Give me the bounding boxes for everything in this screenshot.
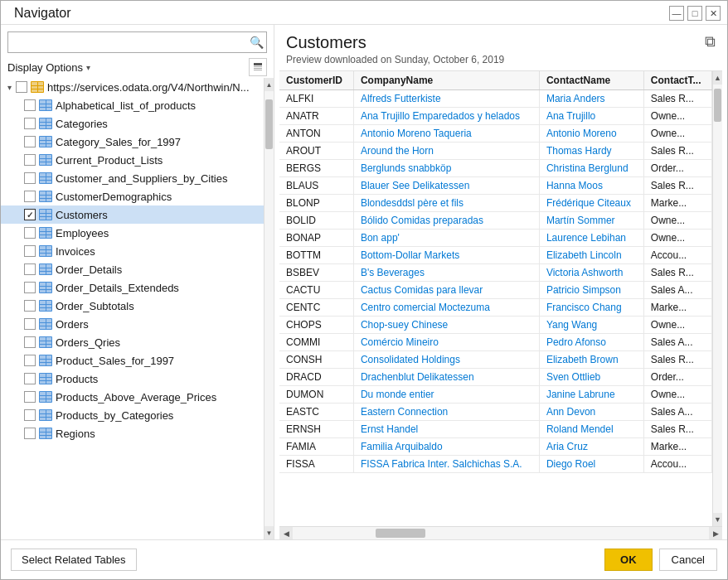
tree-checkbox-order_details[interactable] <box>24 263 36 275</box>
tree-item-alphabetical[interactable]: Alphabetical_list_of_products <box>1 96 264 114</box>
tree-label-order_details_ext: Order_Details_Extendeds <box>56 282 179 294</box>
ok-button[interactable]: OK <box>604 549 653 571</box>
svg-rect-59 <box>46 217 51 220</box>
tree-item-product_sales[interactable]: Product_Sales_for_1997 <box>1 351 264 370</box>
table-scroll-thumb-h[interactable] <box>376 529 425 538</box>
right-panel: Customers Preview downloaded on Sunday, … <box>274 25 727 539</box>
tree-checkbox-order_details_ext[interactable] <box>24 282 36 293</box>
svg-rect-112 <box>40 360 46 362</box>
tree-label-order_details: Order_Details <box>56 263 122 276</box>
svg-rect-1 <box>254 66 262 67</box>
svg-rect-34 <box>46 155 51 158</box>
svg-rect-117 <box>40 374 46 377</box>
tree-checkbox-orders_qries[interactable] <box>24 336 36 348</box>
cancel-button[interactable]: Cancel <box>659 549 717 571</box>
tree-checkbox-products_by_cat[interactable] <box>24 409 36 421</box>
maximize-button[interactable]: □ <box>687 6 702 21</box>
svg-rect-82 <box>40 283 46 286</box>
table-icon-orders_qries <box>39 336 52 348</box>
tree-item-regions[interactable]: Regions <box>1 424 264 442</box>
svg-rect-141 <box>46 433 51 435</box>
tree-checkbox-products_above[interactable] <box>24 391 36 403</box>
tree-item-products[interactable]: Products <box>1 370 264 388</box>
tree-checkbox-customer_suppliers[interactable] <box>24 172 36 184</box>
tree-checkbox-product_sales[interactable] <box>24 355 36 366</box>
tree-scroll-down-button[interactable]: ▼ <box>265 526 274 539</box>
tree-root-label: https://services.odata.org/V4/Northwin/N… <box>47 81 250 94</box>
table-row: ERNSHErnst HandelRoland MendelSales R... <box>279 421 712 438</box>
svg-rect-35 <box>40 159 46 162</box>
data-table-wrapper[interactable]: CustomerIDCompanyNameContactNameContactT… <box>279 71 712 526</box>
svg-rect-143 <box>46 436 51 438</box>
minimize-button[interactable]: — <box>669 6 684 21</box>
tree-root-item[interactable]: ▾ <box>1 78 264 96</box>
svg-rect-104 <box>46 337 51 341</box>
tree-item-products_by_cat[interactable]: Products_by_Categories <box>1 406 264 424</box>
display-options-button[interactable]: Display Options ▾ <box>7 60 90 75</box>
tree-item-customer_demo[interactable]: CustomerDemographics <box>1 187 264 205</box>
svg-rect-124 <box>40 392 46 395</box>
table-scroll-thumb-v[interactable] <box>714 89 721 122</box>
table-scroll-up-button[interactable]: ▲ <box>713 71 722 85</box>
tree-item-current_product[interactable]: Current_Product_Lists <box>1 151 264 169</box>
select-related-tables-button[interactable]: Select Related Tables <box>11 549 137 571</box>
svg-rect-48 <box>46 191 51 195</box>
svg-rect-50 <box>46 196 51 198</box>
tree-scroll-track <box>265 91 274 526</box>
search-icon[interactable]: 🔍 <box>246 32 266 52</box>
close-button[interactable]: ✕ <box>706 6 721 21</box>
table-icon-invoices <box>39 245 52 257</box>
tree-scroll-up-button[interactable]: ▲ <box>265 78 274 91</box>
svg-rect-61 <box>40 228 46 231</box>
svg-rect-93 <box>40 308 46 311</box>
tree-checkbox-customer_demo[interactable] <box>24 191 36 202</box>
tree-checkbox-alphabetical[interactable] <box>24 99 36 111</box>
table-scroll-x: ◀ ▶ <box>279 526 722 539</box>
tree-checkbox-products[interactable] <box>24 373 36 384</box>
tree-checkbox-customers[interactable] <box>24 209 36 220</box>
tree-checkbox-category_sales[interactable] <box>24 136 36 147</box>
tree-area: ▾ <box>1 78 274 539</box>
svg-rect-108 <box>46 345 51 347</box>
tree-list: ▾ <box>1 78 264 539</box>
tree-scroll-thumb[interactable] <box>265 99 273 149</box>
tree-view-toggle-button[interactable] <box>249 58 267 76</box>
tree-item-customer_suppliers[interactable]: Customer_and_Suppliers_by_Cities <box>1 169 264 187</box>
tree-item-order_details_ext[interactable]: Order_Details_Extendeds <box>1 278 264 297</box>
tree-item-category_sales[interactable]: Category_Sales_for_1997 <box>1 133 264 151</box>
svg-rect-13 <box>46 100 51 104</box>
svg-rect-69 <box>46 246 51 249</box>
table-scroll-track-v <box>713 85 722 513</box>
tree-checkbox-invoices[interactable] <box>24 245 36 257</box>
table-scroll-left-button[interactable]: ◀ <box>279 527 293 540</box>
tree-checkbox-categories[interactable] <box>24 118 36 129</box>
tree-root-checkbox[interactable] <box>16 81 27 93</box>
table-scroll-down-button[interactable]: ▼ <box>713 513 722 526</box>
preview-export-icon[interactable]: ⧉ <box>705 33 716 51</box>
tree-item-orders_qries[interactable]: Orders_Qries <box>1 333 264 351</box>
tree-item-order_subtotals[interactable]: Order_Subtotals <box>1 297 264 315</box>
tree-label-employees: Employees <box>56 227 109 239</box>
tree-checkbox-regions[interactable] <box>24 428 36 439</box>
table-scroll-right-button[interactable]: ▶ <box>709 527 722 540</box>
tree-item-employees[interactable]: Employees <box>1 224 264 242</box>
tree-item-orders[interactable]: Orders <box>1 315 264 333</box>
search-input[interactable] <box>8 34 246 51</box>
tree-item-categories[interactable]: Categories <box>1 114 264 133</box>
tree-checkbox-employees[interactable] <box>24 227 36 239</box>
title-bar: Navigator — □ ✕ <box>1 1 727 25</box>
tree-checkbox-orders[interactable] <box>24 318 36 330</box>
display-options-label: Display Options <box>7 61 83 74</box>
svg-rect-43 <box>46 177 51 180</box>
svg-rect-15 <box>46 104 51 107</box>
table-col-contactt---: ContactT... <box>643 71 711 90</box>
svg-rect-3 <box>254 70 262 70</box>
tree-item-products_above[interactable]: Products_Above_Average_Prices <box>1 388 264 406</box>
tree-item-order_details[interactable]: Order_Details <box>1 260 264 278</box>
tree-item-customers[interactable]: Customers <box>1 205 264 224</box>
tree-checkbox-current_product[interactable] <box>24 154 36 166</box>
svg-rect-51 <box>40 199 46 201</box>
tree-checkbox-order_subtotals[interactable] <box>24 300 36 312</box>
tree-item-invoices[interactable]: Invoices <box>1 242 264 260</box>
svg-rect-100 <box>40 326 46 329</box>
